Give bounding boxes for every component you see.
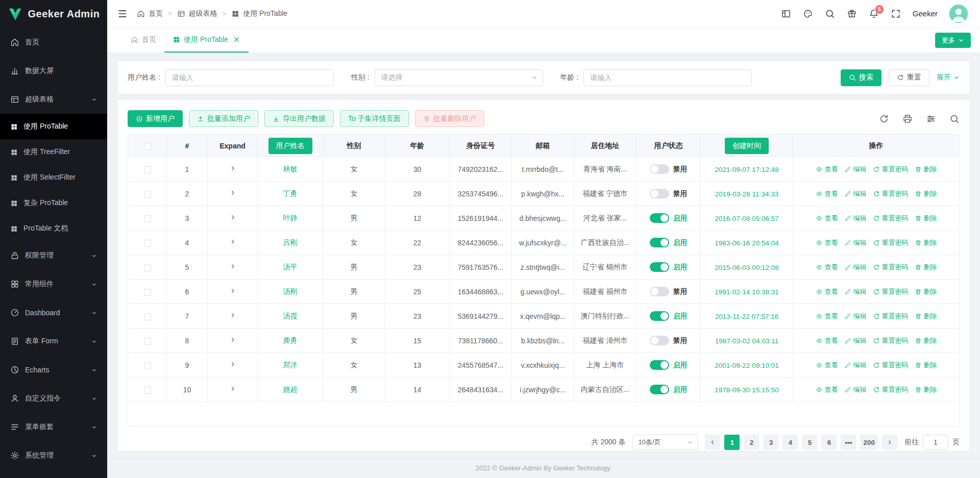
action-delete-button[interactable]: 删除 — [915, 189, 937, 198]
page-size-select[interactable]: 10条/页 — [632, 435, 698, 450]
status-switch[interactable] — [650, 385, 669, 394]
action-delete-button[interactable]: 删除 — [915, 312, 937, 321]
theme-icon[interactable] — [803, 9, 813, 19]
sidebar-item-9[interactable]: 菜单嵌套 — [0, 413, 107, 441]
action-delete-button[interactable]: 删除 — [915, 287, 937, 296]
sidebar-item-4[interactable]: 常用组件 — [0, 270, 107, 298]
action-view-button[interactable]: 查看 — [816, 312, 838, 321]
user-name-link[interactable]: 丁勇 — [283, 189, 298, 197]
user-name-link[interactable]: 郑洋 — [283, 361, 298, 369]
user-name-link[interactable]: 叶静 — [283, 214, 298, 222]
column-setting-icon[interactable] — [926, 114, 936, 124]
expand-toggle[interactable]: 展开 — [937, 73, 960, 82]
sidebar-subitem-2-0[interactable]: 使用 ProTable — [0, 114, 107, 139]
action-view-button[interactable]: 查看 — [816, 385, 838, 394]
action-reset-password-button[interactable]: 重置密码 — [873, 189, 909, 198]
action-view-button[interactable]: 查看 — [816, 165, 838, 174]
sidebar-item-8[interactable]: 自定义指令 — [0, 384, 107, 413]
sidebar-subitem-2-1[interactable]: 使用 TreeFilter — [0, 139, 107, 165]
refresh-icon[interactable] — [879, 114, 889, 124]
row-checkbox[interactable] — [144, 166, 151, 173]
username-input[interactable] — [165, 69, 334, 86]
row-checkbox[interactable] — [144, 191, 151, 198]
header-button[interactable]: 用户姓名 — [268, 138, 312, 154]
row-expand-icon[interactable] — [229, 287, 236, 294]
status-switch[interactable] — [650, 189, 669, 198]
action-edit-button[interactable]: 编辑 — [844, 287, 867, 296]
action-edit-button[interactable]: 编辑 — [844, 312, 867, 321]
action-reset-password-button[interactable]: 重置密码 — [873, 238, 909, 247]
action-view-button[interactable]: 查看 — [816, 336, 838, 345]
sidebar-item-0[interactable]: 首页 — [0, 28, 107, 57]
row-checkbox[interactable] — [144, 215, 151, 222]
action-edit-button[interactable]: 编辑 — [844, 361, 867, 370]
pager-prev-button[interactable] — [705, 435, 720, 450]
action-view-button[interactable]: 查看 — [816, 361, 838, 370]
action-edit-button[interactable]: 编辑 — [844, 238, 867, 247]
action-reset-password-button[interactable]: 重置密码 — [873, 287, 909, 296]
row-expand-icon[interactable] — [229, 361, 236, 368]
export-user-data-button[interactable]: 导出用户数据 — [264, 110, 334, 127]
action-delete-button[interactable]: 删除 — [915, 238, 937, 247]
sidebar-item-3[interactable]: 权限管理 — [0, 241, 107, 270]
action-view-button[interactable]: 查看 — [816, 214, 838, 223]
tabs-more-button[interactable]: 更多 — [935, 33, 971, 48]
add-user-button[interactable]: 新增用户 — [128, 110, 183, 127]
sidebar-item-6[interactable]: 表单 Form — [0, 327, 107, 356]
action-delete-button[interactable]: 删除 — [915, 361, 937, 370]
search-button[interactable]: 搜索 — [841, 69, 881, 86]
goto-page-input[interactable] — [923, 435, 948, 450]
tab-1[interactable]: 使用 ProTable — [164, 28, 249, 53]
header-search-icon[interactable] — [825, 9, 835, 19]
action-reset-password-button[interactable]: 重置密码 — [873, 214, 909, 223]
gift-icon[interactable] — [847, 9, 857, 19]
header-button[interactable]: 创建时间 — [725, 138, 769, 154]
to-child-detail-button[interactable]: To 子集详情页面 — [340, 110, 409, 127]
action-reset-password-button[interactable]: 重置密码 — [873, 361, 909, 370]
user-name-link[interactable]: 龚勇 — [283, 336, 298, 344]
action-edit-button[interactable]: 编辑 — [844, 214, 867, 223]
sidebar-subitem-2-2[interactable]: 使用 SelectFilter — [0, 165, 107, 190]
user-name-link[interactable]: 吕刚 — [283, 238, 298, 246]
search-toggle-icon[interactable] — [949, 114, 960, 124]
row-checkbox[interactable] — [144, 313, 151, 320]
user-name-link[interactable]: 林敏 — [283, 165, 298, 173]
pager-more-button[interactable]: ••• — [841, 435, 856, 450]
gender-select[interactable]: 请选择 — [375, 69, 543, 86]
action-edit-button[interactable]: 编辑 — [844, 189, 867, 198]
print-icon[interactable] — [902, 114, 913, 124]
row-expand-icon[interactable] — [229, 385, 236, 392]
user-name-link[interactable]: 汤霞 — [283, 312, 298, 320]
action-delete-button[interactable]: 删除 — [915, 263, 937, 272]
action-view-button[interactable]: 查看 — [816, 287, 838, 296]
pager-page-200-button[interactable]: 200 — [860, 435, 878, 450]
action-reset-password-button[interactable]: 重置密码 — [873, 263, 909, 272]
logo[interactable]: Geeker Admin — [0, 0, 107, 28]
pager-page-4-button[interactable]: 4 — [782, 435, 798, 450]
action-reset-password-button[interactable]: 重置密码 — [873, 312, 909, 321]
status-switch[interactable] — [650, 311, 669, 321]
row-expand-icon[interactable] — [229, 238, 236, 245]
status-switch[interactable] — [650, 360, 669, 370]
user-name-link[interactable]: 汤平 — [283, 263, 298, 271]
row-expand-icon[interactable] — [229, 165, 236, 172]
row-expand-icon[interactable] — [229, 263, 236, 270]
fullscreen-icon[interactable] — [891, 9, 901, 19]
row-expand-icon[interactable] — [229, 312, 236, 319]
action-edit-button[interactable]: 编辑 — [844, 165, 867, 174]
row-expand-icon[interactable] — [229, 214, 236, 221]
layout-columns-icon[interactable] — [781, 9, 791, 19]
pager-page-6-button[interactable]: 6 — [821, 435, 837, 450]
breadcrumb-item-0[interactable]: 首页 — [137, 9, 163, 18]
reset-button[interactable]: 重置 — [889, 69, 929, 86]
bell-icon[interactable]: 5 — [869, 9, 879, 19]
sidebar-subitem-2-3[interactable]: 复杂 ProTable — [0, 190, 107, 216]
sidebar-subitem-2-4[interactable]: ProTable 文档 — [0, 216, 107, 241]
action-delete-button[interactable]: 删除 — [915, 336, 937, 345]
sidebar-item-7[interactable]: Echarts — [0, 356, 107, 384]
row-checkbox[interactable] — [144, 289, 151, 296]
batch-add-user-button[interactable]: 批量添加用户 — [189, 110, 258, 127]
pager-page-3-button[interactable]: 3 — [763, 435, 778, 450]
action-edit-button[interactable]: 编辑 — [844, 263, 867, 272]
pager-page-1-button[interactable]: 1 — [724, 435, 740, 450]
